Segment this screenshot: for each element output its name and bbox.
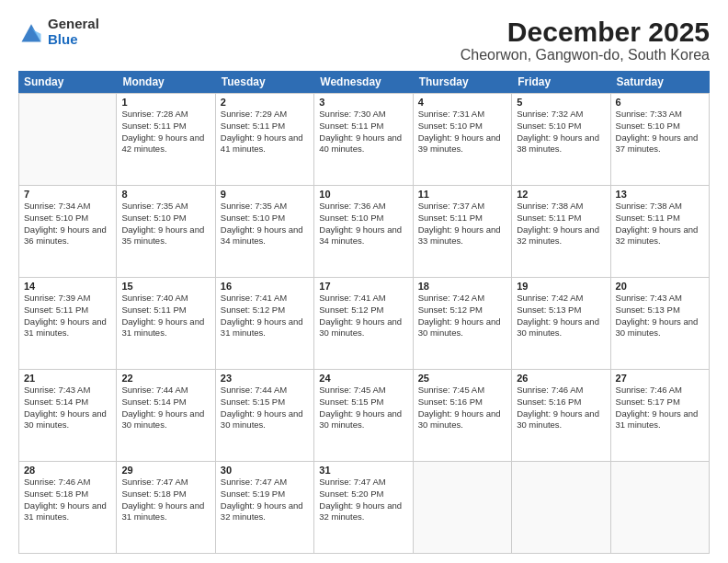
cal-cell-empty-4-4: [414, 462, 512, 553]
day-info: Sunrise: 7:40 AM Sunset: 5:11 PM Dayligh…: [121, 293, 210, 339]
day-info: Sunrise: 7:32 AM Sunset: 5:10 PM Dayligh…: [517, 109, 605, 155]
day-info: Sunrise: 7:37 AM Sunset: 5:11 PM Dayligh…: [418, 201, 506, 247]
cal-cell-13: 13Sunrise: 7:38 AM Sunset: 5:11 PM Dayli…: [611, 186, 710, 277]
day-info: Sunrise: 7:38 AM Sunset: 5:11 PM Dayligh…: [616, 201, 704, 247]
day-number: 31: [319, 465, 407, 476]
title-block: December 2025 Cheorwon, Gangwon-do, Sout…: [461, 17, 710, 63]
day-number: 14: [24, 281, 111, 292]
day-number: 19: [517, 281, 605, 292]
cal-cell-11: 11Sunrise: 7:37 AM Sunset: 5:11 PM Dayli…: [414, 186, 512, 277]
cal-cell-4: 4Sunrise: 7:31 AM Sunset: 5:10 PM Daylig…: [414, 94, 512, 185]
day-number: 11: [418, 189, 506, 200]
cal-week-0: 1Sunrise: 7:28 AM Sunset: 5:11 PM Daylig…: [18, 93, 710, 186]
calendar-header: SundayMondayTuesdayWednesdayThursdayFrid…: [18, 71, 710, 93]
cal-header-sunday: Sunday: [18, 71, 117, 93]
cal-cell-23: 23Sunrise: 7:44 AM Sunset: 5:15 PM Dayli…: [216, 370, 314, 461]
day-info: Sunrise: 7:36 AM Sunset: 5:10 PM Dayligh…: [319, 201, 407, 247]
cal-week-1: 7Sunrise: 7:34 AM Sunset: 5:10 PM Daylig…: [18, 186, 710, 278]
logo-blue-label: Blue: [48, 32, 99, 48]
cal-cell-27: 27Sunrise: 7:46 AM Sunset: 5:17 PM Dayli…: [611, 370, 710, 461]
cal-cell-17: 17Sunrise: 7:41 AM Sunset: 5:12 PM Dayli…: [314, 278, 413, 369]
day-number: 21: [24, 373, 111, 384]
day-info: Sunrise: 7:45 AM Sunset: 5:15 PM Dayligh…: [319, 385, 407, 431]
logo-icon: [18, 19, 44, 45]
day-number: 27: [616, 373, 704, 384]
cal-cell-22: 22Sunrise: 7:44 AM Sunset: 5:14 PM Dayli…: [117, 370, 215, 461]
day-number: 25: [418, 373, 506, 384]
day-number: 12: [517, 189, 605, 200]
day-info: Sunrise: 7:47 AM Sunset: 5:18 PM Dayligh…: [121, 477, 210, 523]
day-number: 15: [121, 281, 210, 292]
day-number: 30: [221, 465, 309, 476]
calendar: SundayMondayTuesdayWednesdayThursdayFrid…: [18, 71, 710, 554]
day-info: Sunrise: 7:42 AM Sunset: 5:12 PM Dayligh…: [418, 293, 506, 339]
day-info: Sunrise: 7:33 AM Sunset: 5:10 PM Dayligh…: [616, 109, 704, 155]
cal-cell-24: 24Sunrise: 7:45 AM Sunset: 5:15 PM Dayli…: [314, 370, 413, 461]
cal-header-monday: Monday: [117, 71, 215, 93]
day-info: Sunrise: 7:42 AM Sunset: 5:13 PM Dayligh…: [517, 293, 605, 339]
cal-cell-1: 1Sunrise: 7:28 AM Sunset: 5:11 PM Daylig…: [117, 94, 215, 185]
day-info: Sunrise: 7:46 AM Sunset: 5:16 PM Dayligh…: [517, 385, 605, 431]
day-number: 20: [616, 281, 704, 292]
day-info: Sunrise: 7:31 AM Sunset: 5:10 PM Dayligh…: [418, 109, 506, 155]
day-number: 3: [319, 97, 407, 108]
logo: General Blue: [18, 17, 99, 47]
cal-cell-empty-0-0: [18, 94, 117, 185]
cal-header-thursday: Thursday: [414, 71, 512, 93]
day-info: Sunrise: 7:45 AM Sunset: 5:16 PM Dayligh…: [418, 385, 506, 431]
cal-cell-empty-4-5: [512, 462, 610, 553]
day-number: 4: [418, 97, 506, 108]
header: General Blue December 2025 Cheorwon, Gan…: [18, 17, 710, 63]
logo-general-label: General: [48, 17, 99, 32]
day-info: Sunrise: 7:35 AM Sunset: 5:10 PM Dayligh…: [221, 201, 309, 247]
day-info: Sunrise: 7:47 AM Sunset: 5:20 PM Dayligh…: [319, 477, 407, 523]
day-info: Sunrise: 7:43 AM Sunset: 5:13 PM Dayligh…: [616, 293, 704, 339]
day-info: Sunrise: 7:38 AM Sunset: 5:11 PM Dayligh…: [517, 201, 605, 247]
cal-cell-3: 3Sunrise: 7:30 AM Sunset: 5:11 PM Daylig…: [314, 94, 413, 185]
day-number: 9: [221, 189, 309, 200]
day-number: 28: [24, 465, 111, 476]
day-number: 24: [319, 373, 407, 384]
cal-cell-26: 26Sunrise: 7:46 AM Sunset: 5:16 PM Dayli…: [512, 370, 610, 461]
cal-cell-31: 31Sunrise: 7:47 AM Sunset: 5:20 PM Dayli…: [314, 462, 413, 553]
day-number: 26: [517, 373, 605, 384]
day-info: Sunrise: 7:43 AM Sunset: 5:14 PM Dayligh…: [24, 385, 111, 431]
day-info: Sunrise: 7:47 AM Sunset: 5:19 PM Dayligh…: [221, 477, 309, 523]
cal-cell-2: 2Sunrise: 7:29 AM Sunset: 5:11 PM Daylig…: [216, 94, 314, 185]
day-number: 13: [616, 189, 704, 200]
day-info: Sunrise: 7:44 AM Sunset: 5:15 PM Dayligh…: [221, 385, 309, 431]
day-number: 5: [517, 97, 605, 108]
cal-cell-5: 5Sunrise: 7:32 AM Sunset: 5:10 PM Daylig…: [512, 94, 610, 185]
cal-cell-20: 20Sunrise: 7:43 AM Sunset: 5:13 PM Dayli…: [611, 278, 710, 369]
day-info: Sunrise: 7:44 AM Sunset: 5:14 PM Dayligh…: [121, 385, 210, 431]
cal-cell-9: 9Sunrise: 7:35 AM Sunset: 5:10 PM Daylig…: [216, 186, 314, 277]
day-number: 17: [319, 281, 407, 292]
subtitle: Cheorwon, Gangwon-do, South Korea: [461, 47, 710, 63]
day-number: 23: [221, 373, 309, 384]
cal-cell-16: 16Sunrise: 7:41 AM Sunset: 5:12 PM Dayli…: [216, 278, 314, 369]
cal-cell-empty-4-6: [611, 462, 710, 553]
day-info: Sunrise: 7:30 AM Sunset: 5:11 PM Dayligh…: [319, 109, 407, 155]
day-number: 18: [418, 281, 506, 292]
cal-cell-10: 10Sunrise: 7:36 AM Sunset: 5:10 PM Dayli…: [314, 186, 413, 277]
day-info: Sunrise: 7:46 AM Sunset: 5:18 PM Dayligh…: [24, 477, 111, 523]
day-info: Sunrise: 7:41 AM Sunset: 5:12 PM Dayligh…: [319, 293, 407, 339]
day-number: 22: [121, 373, 210, 384]
day-number: 2: [221, 97, 309, 108]
cal-cell-19: 19Sunrise: 7:42 AM Sunset: 5:13 PM Dayli…: [512, 278, 610, 369]
day-info: Sunrise: 7:34 AM Sunset: 5:10 PM Dayligh…: [24, 201, 111, 247]
day-info: Sunrise: 7:46 AM Sunset: 5:17 PM Dayligh…: [616, 385, 704, 431]
day-info: Sunrise: 7:28 AM Sunset: 5:11 PM Dayligh…: [121, 109, 210, 155]
day-info: Sunrise: 7:35 AM Sunset: 5:10 PM Dayligh…: [121, 201, 210, 247]
day-number: 6: [616, 97, 704, 108]
cal-cell-30: 30Sunrise: 7:47 AM Sunset: 5:19 PM Dayli…: [216, 462, 314, 553]
page: General Blue December 2025 Cheorwon, Gan…: [0, 0, 728, 563]
day-number: 1: [121, 97, 210, 108]
cal-cell-15: 15Sunrise: 7:40 AM Sunset: 5:11 PM Dayli…: [117, 278, 215, 369]
cal-week-4: 28Sunrise: 7:46 AM Sunset: 5:18 PM Dayli…: [18, 462, 710, 554]
day-number: 10: [319, 189, 407, 200]
cal-header-wednesday: Wednesday: [314, 71, 413, 93]
cal-cell-7: 7Sunrise: 7:34 AM Sunset: 5:10 PM Daylig…: [18, 186, 117, 277]
day-info: Sunrise: 7:29 AM Sunset: 5:11 PM Dayligh…: [221, 109, 309, 155]
day-number: 16: [221, 281, 309, 292]
